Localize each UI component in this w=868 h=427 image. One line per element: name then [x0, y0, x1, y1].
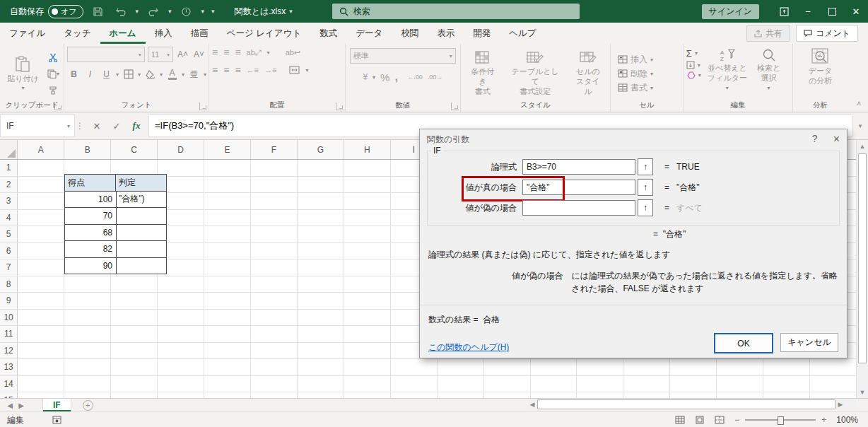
horizontal-scrollbar-thumb[interactable] [537, 399, 835, 409]
wrap-text-icon[interactable]: ab↩ [286, 48, 300, 57]
sheet-tab-if[interactable]: IF [42, 399, 71, 411]
fill-button[interactable]: ▾ [686, 61, 701, 69]
tab-描画[interactable]: 描画 [182, 23, 218, 44]
cell[interactable] [18, 326, 64, 342]
column-header-D[interactable]: D [158, 140, 204, 159]
comma-format-icon[interactable]: , [394, 70, 398, 84]
cell[interactable] [251, 392, 298, 398]
scroll-down-icon[interactable]: ▼ [857, 386, 868, 398]
number-format-select[interactable]: 標準▾ [350, 48, 456, 64]
search-input[interactable]: 検索 [332, 4, 580, 19]
cell[interactable] [64, 326, 111, 342]
judge-cell[interactable] [116, 224, 167, 242]
cell[interactable] [251, 343, 298, 359]
cell[interactable] [251, 359, 298, 375]
cell[interactable] [810, 359, 857, 375]
decrease-indent-icon[interactable]: ←≡ [247, 66, 259, 74]
cell[interactable] [298, 177, 344, 193]
cell[interactable] [438, 376, 484, 392]
document-title[interactable]: 関数とは.xlsx▾ [235, 6, 293, 18]
expand-formula-bar-icon[interactable]: ▾ [852, 112, 868, 139]
cell[interactable] [18, 193, 64, 209]
cell[interactable] [111, 310, 158, 326]
align-right-icon[interactable]: ≡ [235, 64, 240, 76]
scroll-up-icon[interactable]: ▲ [857, 140, 868, 152]
clear-button[interactable]: ▾ [686, 71, 701, 79]
cell[interactable] [623, 359, 670, 375]
decrease-decimal-icon[interactable]: .00→ [428, 74, 443, 81]
collapse-dialog-icon[interactable]: ↑ [638, 158, 653, 175]
cell[interactable] [251, 310, 298, 326]
cell[interactable] [204, 293, 251, 309]
score-cell[interactable]: 100 [64, 191, 117, 209]
cell[interactable] [344, 259, 391, 276]
cell[interactable] [111, 376, 158, 392]
dialog-help-icon[interactable]: ? [812, 133, 818, 146]
cell[interactable] [204, 193, 251, 209]
cell[interactable] [298, 210, 344, 226]
undo-dropdown-icon[interactable]: ▾ [136, 8, 139, 15]
cell[interactable] [577, 392, 623, 398]
currency-dropdown-icon[interactable]: ▾ [373, 74, 375, 81]
cell[interactable] [298, 326, 344, 342]
currency-format-icon[interactable]: ¥ [363, 72, 368, 82]
alignment-dialog-launcher[interactable] [336, 103, 344, 110]
cell[interactable] [158, 376, 204, 392]
cell[interactable] [64, 276, 111, 293]
cell[interactable] [717, 376, 763, 392]
ok-button[interactable]: OK [714, 333, 773, 353]
cell[interactable] [64, 293, 111, 309]
comments-button[interactable]: コメント [796, 25, 858, 42]
cell[interactable] [763, 376, 810, 392]
autosum-button[interactable]: Σ▾ [686, 48, 701, 59]
cell[interactable] [344, 226, 391, 242]
redo-icon[interactable] [146, 4, 161, 19]
column-header-B[interactable]: B [64, 140, 111, 159]
vertical-scrollbar[interactable]: ▲ ▼ [856, 140, 868, 398]
tab-校閲[interactable]: 校閲 [392, 23, 428, 44]
cell[interactable] [298, 243, 344, 259]
cell[interactable] [251, 177, 298, 193]
row-header-14[interactable]: 14 [0, 376, 18, 392]
collapse-dialog-icon[interactable]: ↑ [638, 199, 653, 216]
sort-filter-button[interactable]: AZ 並べ替えと フィルター ▾ [704, 47, 751, 93]
scroll-left-icon[interactable]: ◀ [527, 401, 537, 408]
cell[interactable] [18, 243, 64, 259]
tab-ファイル[interactable]: ファイル [0, 23, 54, 44]
cell[interactable] [204, 160, 251, 176]
cell[interactable] [531, 359, 577, 375]
close-button[interactable]: ✕ [844, 0, 868, 23]
align-bottom-icon[interactable]: ≡ [235, 47, 240, 58]
collapse-ribbon-icon[interactable]: ˄ [857, 100, 861, 107]
function-help-link[interactable]: この関数のヘルプ(H) [428, 341, 509, 353]
cell[interactable] [298, 259, 344, 276]
autosave-switch[interactable]: オフ [48, 5, 83, 18]
name-box[interactable]: IF▾ [0, 115, 75, 137]
align-middle-icon[interactable]: ≡ [223, 47, 229, 58]
cell[interactable] [531, 392, 577, 398]
cell[interactable] [204, 359, 251, 375]
vertical-scrollbar-thumb[interactable] [858, 153, 867, 363]
cell[interactable] [298, 276, 344, 293]
copy-icon[interactable]: ▾ [47, 66, 60, 81]
page-layout-view-icon[interactable] [695, 416, 705, 424]
dialog-title-bar[interactable]: 関数の引数 ? × [420, 129, 847, 149]
cell[interactable] [344, 343, 391, 359]
cell[interactable] [158, 293, 204, 309]
zoom-level[interactable]: 100% [836, 415, 858, 425]
next-sheet-icon[interactable]: ▶ [16, 402, 27, 409]
score-cell[interactable]: 90 [64, 257, 117, 275]
font-color-icon[interactable]: A [165, 67, 179, 81]
cell[interactable] [204, 243, 251, 259]
align-top-icon[interactable]: ≡ [212, 47, 218, 58]
cell[interactable] [18, 210, 64, 226]
cell[interactable] [298, 226, 344, 242]
page-break-view-icon[interactable] [715, 416, 725, 424]
column-header-H[interactable]: H [344, 140, 391, 159]
font-size-select[interactable]: 11▾ [148, 47, 173, 62]
cell[interactable] [298, 293, 344, 309]
number-dialog-launcher[interactable] [451, 103, 459, 110]
tab-ヘルプ[interactable]: ヘルプ [500, 23, 545, 44]
increase-decimal-icon[interactable]: ←.00 [407, 74, 423, 81]
zoom-slider[interactable] [745, 419, 816, 421]
